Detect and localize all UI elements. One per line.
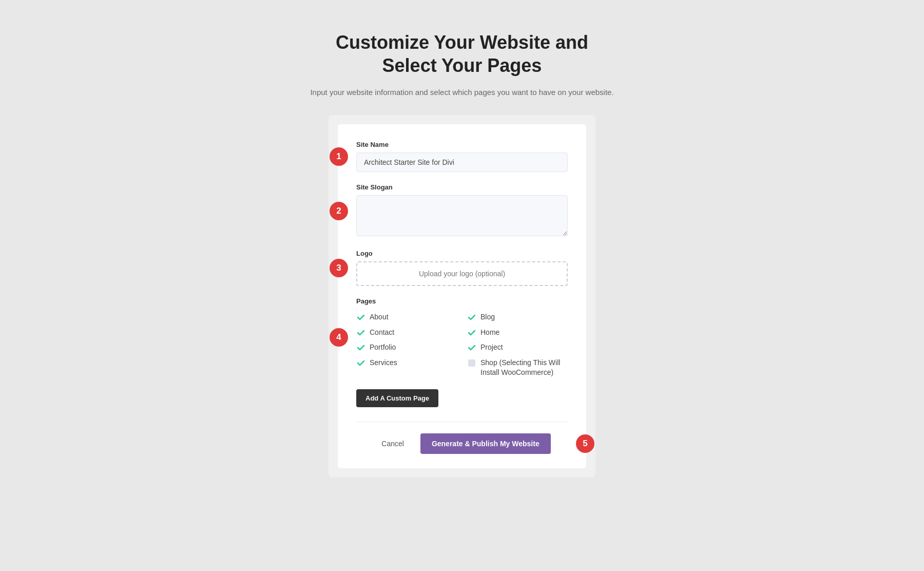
- page-label-about: About: [370, 312, 389, 322]
- pages-grid: About Blog: [356, 312, 568, 378]
- checkbox-project: [467, 343, 476, 352]
- pages-label: Pages: [356, 297, 568, 305]
- page-item-contact[interactable]: Contact: [356, 328, 457, 338]
- page-item-home[interactable]: Home: [467, 328, 568, 338]
- checkbox-services: [356, 358, 365, 368]
- page-label-services: Services: [370, 358, 397, 368]
- add-custom-page-button[interactable]: Add A Custom Page: [356, 389, 438, 407]
- checkbox-shop: [467, 358, 476, 368]
- divider: [356, 422, 568, 422]
- step-4-badge: 4: [330, 328, 348, 347]
- site-name-label: Site Name: [356, 141, 568, 148]
- checkbox-home: [467, 328, 476, 337]
- page-label-portfolio: Portfolio: [370, 342, 396, 353]
- site-slogan-field: 2 Site Slogan: [356, 183, 568, 238]
- site-slogan-input[interactable]: [356, 195, 568, 236]
- page-item-shop[interactable]: Shop (Selecting This Will Install WooCom…: [467, 358, 568, 378]
- page-subtitle: Input your website information and selec…: [310, 86, 613, 99]
- page-label-shop: Shop (Selecting This Will Install WooCom…: [480, 358, 568, 378]
- site-name-field: 1 Site Name: [356, 141, 568, 172]
- page-item-blog[interactable]: Blog: [467, 312, 568, 322]
- page-header: Customize Your Website and Select Your P…: [310, 31, 613, 99]
- logo-upload-area[interactable]: Upload your logo (optional): [356, 261, 568, 286]
- inner-card: 1 Site Name 2 Site Slogan 3 Logo Upload …: [338, 124, 586, 468]
- logo-label: Logo: [356, 250, 568, 257]
- outer-card: 1 Site Name 2 Site Slogan 3 Logo Upload …: [329, 115, 595, 478]
- logo-upload-text: Upload your logo (optional): [419, 270, 505, 278]
- site-slogan-label: Site Slogan: [356, 183, 568, 191]
- step-1-badge: 1: [330, 147, 348, 166]
- page-item-services[interactable]: Services: [356, 358, 457, 378]
- checkbox-blog: [467, 313, 476, 322]
- site-name-input[interactable]: [356, 153, 568, 172]
- pages-section: 4 Pages About: [356, 297, 568, 378]
- svg-rect-0: [468, 359, 475, 367]
- cancel-button[interactable]: Cancel: [373, 434, 412, 453]
- step-2-badge: 2: [330, 202, 348, 220]
- logo-field: 3 Logo Upload your logo (optional): [356, 250, 568, 286]
- checkbox-portfolio: [356, 343, 365, 352]
- page-label-blog: Blog: [480, 312, 495, 322]
- page-item-project[interactable]: Project: [467, 342, 568, 353]
- page-label-contact: Contact: [370, 328, 394, 338]
- page-title: Customize Your Website and Select Your P…: [310, 31, 613, 77]
- page-item-about[interactable]: About: [356, 312, 457, 322]
- checkbox-contact: [356, 328, 365, 337]
- page-item-portfolio[interactable]: Portfolio: [356, 342, 457, 353]
- step-5-badge: 5: [576, 434, 594, 453]
- page-label-project: Project: [480, 342, 503, 353]
- step-3-badge: 3: [330, 259, 348, 277]
- generate-publish-button[interactable]: Generate & Publish My Website: [420, 433, 551, 454]
- footer-actions: Cancel Generate & Publish My Website 5: [356, 433, 568, 454]
- page-label-home: Home: [480, 328, 499, 338]
- checkbox-about: [356, 313, 365, 322]
